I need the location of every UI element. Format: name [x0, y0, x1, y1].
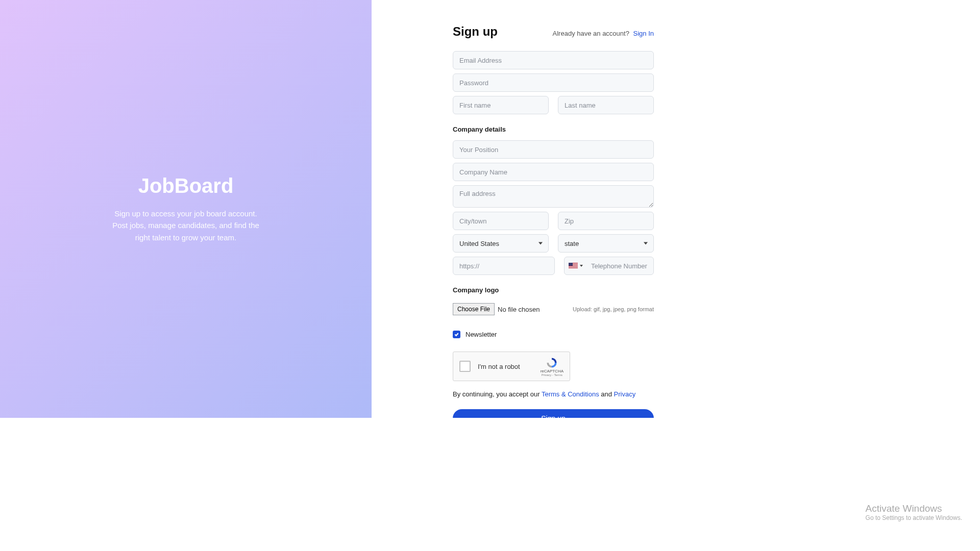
file-hint: Upload: gif, jpg, jpeg, png format [573, 306, 654, 312]
recaptcha-brand: reCAPTCHA [541, 369, 564, 373]
company-name-field[interactable] [453, 163, 654, 181]
page-title: Sign up [453, 24, 498, 39]
brand-description: Sign up to access your job board account… [109, 208, 262, 243]
signup-button[interactable]: Sign up [453, 409, 654, 418]
recaptcha-footer: Privacy - Terms [542, 373, 562, 377]
signin-link[interactable]: Sign In [633, 30, 654, 37]
chevron-down-icon [580, 265, 583, 267]
us-flag-icon [569, 263, 578, 269]
recaptcha-icon [545, 357, 558, 369]
country-select[interactable]: United States [453, 234, 549, 253]
check-icon [454, 332, 459, 337]
city-field[interactable] [453, 212, 549, 230]
terms-prefix: By continuing, you accept our [453, 390, 542, 398]
signin-prompt: Already have an account? Sign In [553, 30, 654, 37]
company-logo-heading: Company logo [453, 286, 654, 294]
last-name-field[interactable] [558, 96, 654, 114]
terms-conditions-link[interactable]: Terms & Conditions [542, 390, 599, 398]
company-details-heading: Company details [453, 126, 654, 133]
recaptcha-checkbox[interactable] [459, 361, 471, 372]
terms-mid: and [599, 390, 614, 398]
signin-prompt-text: Already have an account? [553, 30, 629, 37]
full-address-field[interactable] [453, 185, 654, 208]
newsletter-label: Newsletter [465, 331, 497, 338]
telephone-field[interactable] [587, 257, 653, 274]
website-field[interactable] [453, 257, 555, 275]
terms-text: By continuing, you accept our Terms & Co… [453, 390, 654, 398]
signup-panel: Sign up Already have an account? Sign In… [372, 0, 735, 418]
phone-field-wrapper [564, 257, 654, 275]
file-status: No file chosen [498, 306, 540, 313]
first-name-field[interactable] [453, 96, 549, 114]
recaptcha-widget: I'm not a robot reCAPTCHA Privacy - Term… [453, 352, 570, 381]
email-field[interactable] [453, 51, 654, 69]
zip-field[interactable] [558, 212, 654, 230]
newsletter-checkbox[interactable] [453, 331, 460, 338]
choose-file-button[interactable]: Choose File [453, 303, 495, 315]
brand-logo: JobBoard [138, 174, 234, 197]
recaptcha-label: I'm not a robot [478, 363, 520, 370]
state-select[interactable]: state [558, 234, 654, 253]
branding-panel: JobBoard Sign up to access your job boar… [0, 0, 372, 418]
password-field[interactable] [453, 73, 654, 92]
position-field[interactable] [453, 140, 654, 159]
privacy-link[interactable]: Privacy [614, 390, 636, 398]
phone-country-selector[interactable] [565, 257, 587, 274]
